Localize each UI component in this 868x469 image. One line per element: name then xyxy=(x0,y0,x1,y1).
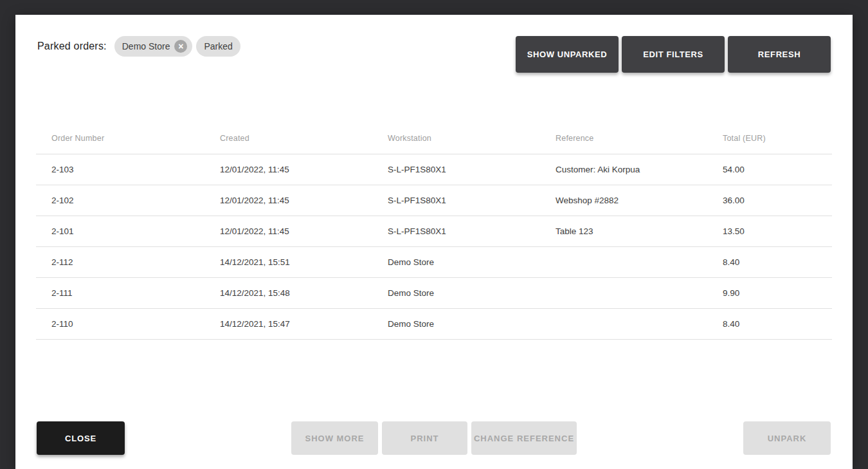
cell-reference: Webshop #2882 xyxy=(540,185,707,216)
cell-created: 12/01/2022, 11:45 xyxy=(204,185,372,216)
cell-workstation: S-L-PF1S80X1 xyxy=(372,216,540,246)
cell-created: 12/01/2022, 11:45 xyxy=(204,154,372,185)
column-header-created: Created xyxy=(204,123,372,154)
column-header-workstation: Workstation xyxy=(372,123,540,154)
cell-reference xyxy=(540,246,707,277)
show-more-button[interactable]: SHOW MORE xyxy=(291,421,378,455)
cell-total: 9.90 xyxy=(707,277,832,308)
cell-workstation: S-L-PF1S80X1 xyxy=(372,185,540,216)
cell-reference: Customer: Aki Korpua xyxy=(540,154,707,185)
parked-orders-table: Order Number Created Workstation Referen… xyxy=(36,123,832,340)
table-row[interactable]: 2-103 12/01/2022, 11:45 S-L-PF1S80X1 Cus… xyxy=(36,154,832,185)
cell-reference: Table 123 xyxy=(540,216,707,246)
column-header-reference: Reference xyxy=(540,123,707,154)
cell-total: 8.40 xyxy=(707,246,832,277)
filter-chip-demo-store[interactable]: Demo Store × xyxy=(114,36,193,57)
table-row[interactable]: 2-102 12/01/2022, 11:45 S-L-PF1S80X1 Web… xyxy=(36,185,832,216)
cell-reference xyxy=(540,308,707,339)
table-row[interactable]: 2-110 14/12/2021, 15:47 Demo Store 8.40 xyxy=(36,308,832,339)
parked-orders-modal: Parked orders: Demo Store × Parked SHOW … xyxy=(15,15,853,469)
table-row[interactable]: 2-101 12/01/2022, 11:45 S-L-PF1S80X1 Tab… xyxy=(36,216,832,246)
table-row[interactable]: 2-112 14/12/2021, 15:51 Demo Store 8.40 xyxy=(36,246,832,277)
filter-chip-label: Parked xyxy=(204,41,232,51)
cell-workstation: Demo Store xyxy=(372,308,540,339)
cell-workstation: Demo Store xyxy=(372,246,540,277)
modal-footer: CLOSE SHOW MORE PRINT CHANGE REFERENCE U… xyxy=(37,421,831,455)
cell-created: 14/12/2021, 15:47 xyxy=(204,308,372,339)
header-actions: SHOW UNPARKED EDIT FILTERS REFRESH xyxy=(516,36,831,73)
cell-total: 54.00 xyxy=(707,154,832,185)
cell-total: 36.00 xyxy=(707,185,832,216)
modal-title: Parked orders: xyxy=(37,36,107,57)
cell-created: 14/12/2021, 15:51 xyxy=(204,246,372,277)
print-button[interactable]: PRINT xyxy=(382,421,467,455)
change-reference-button[interactable]: CHANGE REFERENCE xyxy=(471,421,577,455)
cell-workstation: Demo Store xyxy=(372,277,540,308)
footer-middle-actions: SHOW MORE PRINT CHANGE REFERENCE xyxy=(291,421,577,455)
edit-filters-button[interactable]: EDIT FILTERS xyxy=(622,36,725,73)
screen: { "modal": { "title": "Parked orders:", … xyxy=(0,0,868,469)
modal-header: Parked orders: Demo Store × Parked SHOW … xyxy=(15,15,853,73)
cell-order-number: 2-112 xyxy=(36,246,204,277)
refresh-button[interactable]: REFRESH xyxy=(728,36,831,73)
close-button[interactable]: CLOSE xyxy=(37,421,125,455)
cell-order-number: 2-111 xyxy=(36,277,204,308)
cell-total: 13.50 xyxy=(707,216,832,246)
filters-area: Parked orders: Demo Store × Parked xyxy=(37,36,240,57)
cell-workstation: S-L-PF1S80X1 xyxy=(372,154,540,185)
column-header-order-number: Order Number xyxy=(36,123,204,154)
cell-created: 14/12/2021, 15:48 xyxy=(204,277,372,308)
cell-total: 8.40 xyxy=(707,308,832,339)
filter-chip-list: Demo Store × Parked xyxy=(114,36,240,57)
cell-order-number: 2-101 xyxy=(36,216,204,246)
cell-order-number: 2-110 xyxy=(36,308,204,339)
unpark-button[interactable]: UNPARK xyxy=(743,421,831,455)
filter-chip-label: Demo Store xyxy=(122,41,170,51)
cell-reference xyxy=(540,277,707,308)
column-header-total: Total (EUR) xyxy=(707,123,832,154)
filter-chip-parked[interactable]: Parked xyxy=(196,36,240,57)
show-unparked-button[interactable]: SHOW UNPARKED xyxy=(516,36,619,73)
cell-order-number: 2-103 xyxy=(36,154,204,185)
table-header-row: Order Number Created Workstation Referen… xyxy=(36,123,832,154)
cell-order-number: 2-102 xyxy=(36,185,204,216)
close-icon[interactable]: × xyxy=(174,40,187,53)
cell-created: 12/01/2022, 11:45 xyxy=(204,216,372,246)
table-row[interactable]: 2-111 14/12/2021, 15:48 Demo Store 9.90 xyxy=(36,277,832,308)
